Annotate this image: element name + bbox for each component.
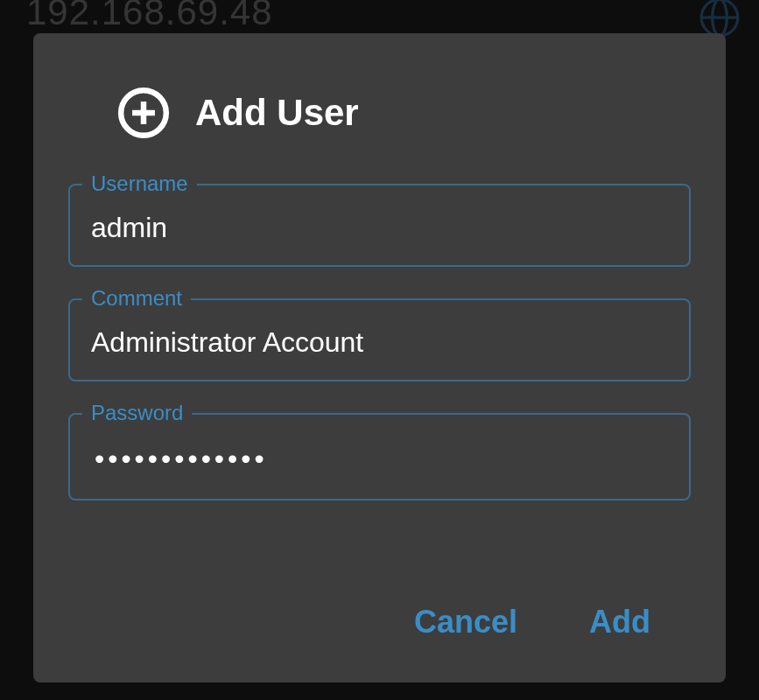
- password-masked-value: •••••••••••••: [95, 443, 268, 474]
- cancel-button[interactable]: Cancel: [400, 597, 531, 648]
- dialog-actions: Cancel Add: [68, 562, 691, 648]
- username-field-group: Username: [68, 184, 691, 267]
- password-input[interactable]: •••••••••••••: [68, 413, 691, 500]
- username-label: Username: [82, 172, 197, 196]
- dialog-header: Add User: [68, 86, 691, 140]
- add-icon: [116, 86, 171, 140]
- comment-input[interactable]: [68, 298, 691, 382]
- comment-label: Comment: [82, 286, 191, 311]
- password-field-group: Password •••••••••••••: [68, 413, 691, 500]
- username-input[interactable]: [68, 184, 691, 267]
- password-label: Password: [82, 401, 192, 425]
- dialog-title: Add User: [195, 92, 359, 134]
- comment-field-group: Comment: [68, 298, 691, 382]
- add-button[interactable]: Add: [575, 597, 664, 648]
- add-user-dialog: Add User Username Comment Password •••••…: [33, 33, 726, 682]
